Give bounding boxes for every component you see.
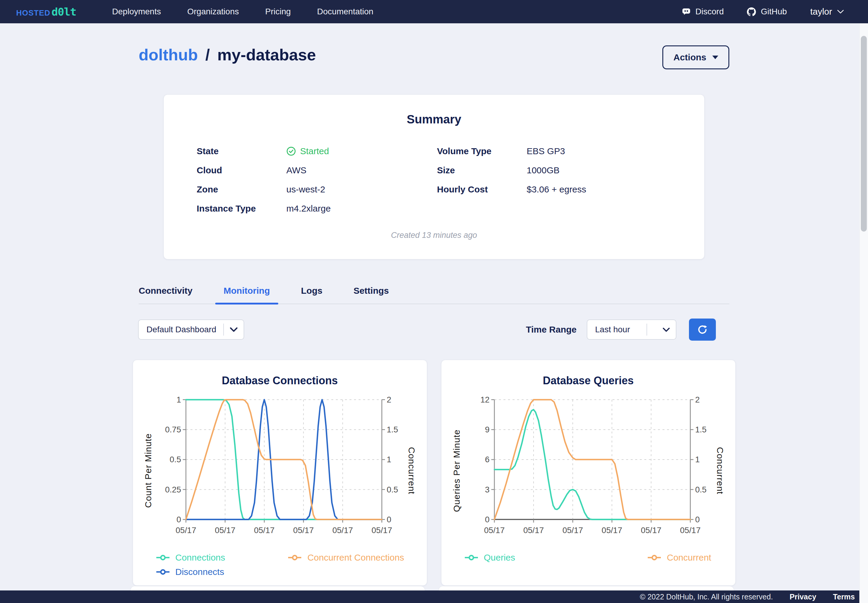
connections-chart-plot: 00.250.50.75100.511.5205/1705/1705/1705/…	[152, 391, 408, 550]
svg-text:05/17: 05/17	[484, 526, 504, 535]
legend-label: Concurrent Connections	[307, 552, 404, 563]
nav-item-documentation[interactable]: Documentation	[317, 7, 373, 16]
legend-label: Concurrent	[667, 552, 711, 563]
scrollbar-thumb[interactable]	[861, 36, 867, 232]
time-range-controls: Time Range Last hour	[526, 319, 716, 341]
terms-link[interactable]: Terms	[833, 592, 855, 601]
legend-item-connections[interactable]: Connections	[155, 552, 287, 563]
svg-text:0.25: 0.25	[165, 485, 181, 494]
summary-right-column: Volume Type EBS GP3 Size 1000GB Hourly C…	[437, 146, 672, 214]
legend-item-concurrent[interactable]: Concurrent	[647, 552, 725, 563]
legend-label: Queries	[484, 552, 515, 563]
tab-logs[interactable]: Logs	[301, 286, 322, 304]
legend-item-disconnects[interactable]: Disconnects	[155, 567, 287, 577]
footer: © 2022 DoltHub, Inc. All rights reserved…	[0, 591, 868, 603]
svg-text:05/17: 05/17	[371, 526, 392, 535]
tab-monitoring[interactable]: Monitoring	[215, 286, 278, 304]
scrollbar-track[interactable]	[859, 23, 868, 603]
svg-text:05/17: 05/17	[641, 526, 661, 535]
dashboard-controls: Default Dashboard Time Range Last hour	[138, 319, 716, 341]
chevron-down-icon	[663, 328, 670, 332]
app-root: HOSTED d0lt Deployments Organizations Pr…	[0, 0, 868, 603]
caret-down-icon	[712, 56, 718, 59]
nav-item-pricing[interactable]: Pricing	[265, 7, 291, 16]
chevron-down-icon	[837, 9, 844, 14]
time-range-select[interactable]: Last hour	[587, 319, 676, 340]
discord-link[interactable]: Discord	[682, 7, 724, 16]
svg-text:3: 3	[485, 485, 489, 494]
nav-item-deployments[interactable]: Deployments	[112, 7, 161, 16]
svg-text:0.5: 0.5	[695, 485, 706, 494]
connections-chart-legend: ConnectionsConcurrent ConnectionsDisconn…	[143, 552, 417, 577]
actions-button[interactable]: Actions	[662, 45, 729, 69]
charts-row: Database Connections Count Per Minute 00…	[124, 360, 744, 586]
nav-right: Discord GitHub taylor	[682, 6, 844, 17]
series-concurrent	[494, 400, 690, 520]
page-head: dolthub / my-database Actions	[139, 42, 729, 69]
svg-text:0: 0	[485, 515, 489, 524]
github-label: GitHub	[761, 7, 787, 16]
legend-item-concurrent-connections[interactable]: Concurrent Connections	[287, 552, 416, 563]
svg-text:12: 12	[480, 395, 490, 404]
volume-type-label: Volume Type	[437, 146, 527, 156]
svg-text:0: 0	[387, 515, 391, 524]
chart-title-queries: Database Queries	[452, 374, 725, 387]
state-value: Started	[286, 146, 431, 156]
logo-hosted-text: HOSTED	[16, 8, 50, 18]
svg-text:05/17: 05/17	[601, 526, 622, 535]
svg-text:05/17: 05/17	[680, 526, 701, 535]
summary-row-hourly-cost: Hourly Cost $3.06 + egress	[437, 184, 672, 195]
github-link[interactable]: GitHub	[747, 7, 787, 16]
user-menu[interactable]: taylor	[810, 6, 844, 17]
svg-text:0: 0	[176, 515, 181, 524]
time-range-value: Last hour	[595, 325, 630, 334]
breadcrumb-org-link[interactable]: dolthub	[139, 46, 198, 63]
left-axis-label: Queries Per Minute	[452, 429, 462, 512]
github-icon	[747, 7, 756, 16]
legend-marker-icon	[155, 554, 171, 561]
refresh-icon	[697, 324, 708, 335]
database-queries-card: Database Queries Queries Per Minute 0369…	[441, 360, 736, 586]
svg-text:1: 1	[176, 395, 181, 404]
tab-settings[interactable]: Settings	[354, 286, 389, 304]
summary-row-size: Size 1000GB	[437, 165, 672, 176]
top-nav: HOSTED d0lt Deployments Organizations Pr…	[0, 0, 868, 23]
main-content: dolthub / my-database Actions Summary St…	[124, 42, 744, 586]
svg-text:0: 0	[695, 515, 699, 524]
hourly-cost-value: $3.06 + egress	[527, 184, 672, 195]
queries-chart-plot: 03691200.511.5205/1705/1705/1705/1705/17…	[460, 391, 716, 550]
legend-marker-icon	[647, 554, 662, 561]
size-value: 1000GB	[527, 165, 672, 175]
svg-text:05/17: 05/17	[175, 526, 196, 535]
select-divider	[223, 324, 224, 336]
state-label: State	[196, 146, 286, 156]
right-axis-label: Concurrent	[407, 447, 417, 494]
legend-marker-icon	[464, 554, 479, 561]
copyright-text: © 2022 DoltHub, Inc. All rights reserved…	[640, 592, 773, 601]
right-axis-label: Concurrent	[715, 447, 725, 494]
hosted-dolt-logo[interactable]: HOSTED d0lt	[16, 6, 76, 18]
hourly-cost-label: Hourly Cost	[437, 184, 527, 195]
nav-item-organizations[interactable]: Organizations	[187, 7, 239, 16]
summary-title: Summary	[196, 113, 672, 126]
legend-label: Connections	[175, 552, 225, 563]
tab-connectivity[interactable]: Connectivity	[139, 286, 192, 304]
svg-text:0.5: 0.5	[169, 455, 181, 464]
volume-type-value: EBS GP3	[527, 146, 672, 156]
dashboard-select[interactable]: Default Dashboard	[138, 319, 244, 340]
series-concurrent-connections	[186, 400, 382, 520]
legend-marker-icon	[155, 569, 171, 575]
legend-item-queries[interactable]: Queries	[464, 552, 647, 563]
zone-value: us-west-2	[286, 184, 431, 195]
database-connections-card: Database Connections Count Per Minute 00…	[133, 360, 427, 586]
tab-bar: Connectivity Monitoring Logs Settings	[139, 286, 729, 304]
zone-label: Zone	[196, 184, 286, 195]
svg-text:05/17: 05/17	[523, 526, 544, 535]
summary-row-cloud: Cloud AWS	[196, 165, 431, 176]
select-divider	[647, 324, 647, 336]
refresh-button[interactable]	[689, 319, 716, 341]
created-timestamp: Created 13 minutes ago	[196, 231, 672, 240]
privacy-link[interactable]: Privacy	[790, 592, 816, 601]
svg-text:0.75: 0.75	[165, 425, 181, 434]
check-circle-icon	[286, 147, 296, 156]
